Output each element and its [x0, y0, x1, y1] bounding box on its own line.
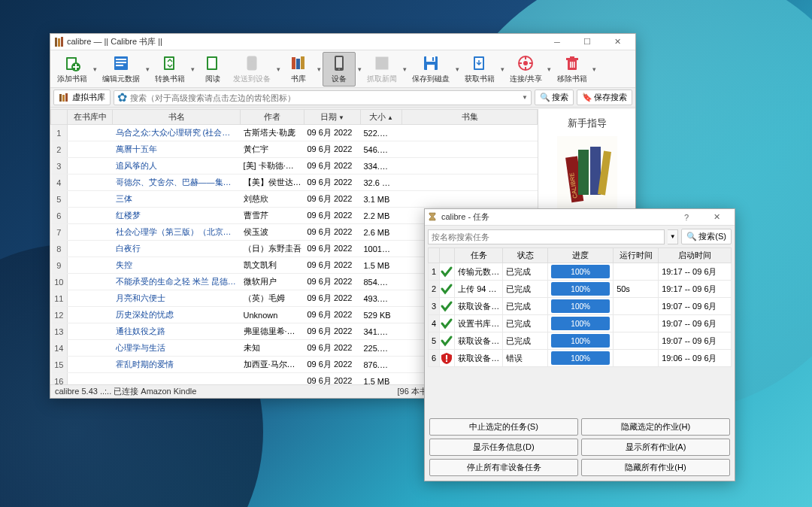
book-size: 225.… [361, 340, 402, 357]
help-button[interactable]: ? [671, 209, 701, 226]
tcol-icon[interactable] [440, 248, 455, 263]
svg-rect-7 [116, 59, 126, 60]
task-search-input[interactable] [428, 229, 665, 244]
stop-nondevice-button[interactable]: 停止所有非设备任务 [429, 459, 578, 476]
hide-all-button[interactable]: 隐藏所有作业(H) [581, 459, 730, 476]
svg-rect-16 [296, 59, 300, 69]
tcol-progress[interactable]: 进度 [548, 248, 614, 263]
table-row[interactable]: 1 乌合之众:大众心理研究 (社会学经典名… 古斯塔夫·勒庞 09 6月 202… [51, 125, 538, 141]
library-button[interactable]: 书库 [282, 52, 315, 87]
fetch-button[interactable]: 抓取新闻 [363, 52, 401, 87]
search-input[interactable] [130, 93, 522, 102]
task-row[interactable]: 3 获取设备… 已完成 100% 19:07 -- 09 6月 [429, 298, 732, 315]
col-date[interactable]: 日期▼ [304, 110, 361, 125]
task-row[interactable]: 6 获取设备… 错误 100% 19:06 -- 09 6月 [429, 350, 732, 367]
task-starttime: 19:06 -- 09 6月 [659, 350, 732, 367]
remove-dropdown-arrow[interactable]: ▾ [591, 65, 598, 73]
fetch-dropdown-arrow[interactable]: ▾ [401, 65, 408, 73]
task-search-dropdown[interactable]: ▼ [668, 229, 678, 244]
book-size: 493.… [361, 290, 402, 307]
table-row[interactable]: 2 萬曆十五年 黃仁宇 09 6月 2022 546.… [51, 141, 538, 158]
tcol-status[interactable]: 状态 [503, 248, 548, 263]
convert-button[interactable]: 转换书籍 [151, 52, 189, 87]
col-title[interactable]: 书名 [113, 110, 241, 125]
book-title: 月亮和六便士 [113, 290, 241, 307]
save-search-button[interactable]: 🔖 保存搜索 [577, 90, 632, 105]
read-icon [204, 54, 222, 72]
book-title: 不能承受的生命之轻 米兰 昆德拉 著 许… [113, 274, 241, 290]
minimize-button[interactable]: ─ [542, 34, 572, 50]
table-row[interactable]: 5 三体 刘慈欣 09 6月 2022 3.1 MB [51, 191, 538, 208]
hide-selected-button[interactable]: 隐藏选定的作业(H) [581, 418, 730, 436]
task-runtime [614, 263, 659, 281]
tcol-task[interactable]: 任务 [455, 248, 503, 263]
task-status: 已完成 [503, 298, 548, 315]
task-row[interactable]: 5 获取设备… 已完成 100% 19:07 -- 09 6月 [429, 332, 732, 350]
col-rownum[interactable] [51, 110, 68, 125]
maximize-button[interactable]: ☐ [572, 34, 602, 50]
book-date: 09 6月 2022 [304, 307, 361, 323]
editmeta-button[interactable]: 编辑元数据 [98, 52, 144, 87]
book-date: 09 6月 2022 [304, 191, 361, 208]
col-author[interactable]: 作者 [241, 110, 304, 125]
col-size[interactable]: 大小▲ [361, 110, 402, 125]
col-series[interactable]: 书集 [402, 110, 538, 125]
tcol-starttime[interactable]: 启动时间 [659, 248, 732, 263]
show-details-button[interactable]: 显示任务信息(D) [429, 439, 578, 456]
add-button[interactable]: 添加书籍 [53, 52, 91, 87]
table-row[interactable]: 4 哥德尔、艾舍尔、巴赫——集异璧之大… 【美】侯世达 & … 09 6月 20… [51, 175, 538, 191]
col-inlib[interactable]: 在书库中 [68, 110, 113, 125]
calibre-app-icon [53, 37, 64, 47]
check-icon [440, 315, 455, 332]
task-runtime [614, 350, 659, 367]
send-button[interactable]: 发送到设备 [229, 52, 274, 87]
save-button[interactable]: 保存到磁盘 [408, 52, 453, 87]
show-all-button[interactable]: 显示所有作业(A) [581, 439, 730, 456]
svg-rect-19 [336, 57, 342, 68]
tcol-rownum[interactable] [429, 248, 440, 263]
get-dropdown-arrow[interactable]: ▾ [498, 65, 506, 73]
table-row[interactable]: 3 追风筝的人 [美] 卡勒德·胡赛尼 09 6月 2022 334.… [51, 158, 538, 175]
gear-icon[interactable]: ✿ [117, 90, 127, 105]
send-dropdown-arrow[interactable]: ▾ [274, 65, 282, 73]
book-title: 历史深处的忧虑 [113, 307, 241, 323]
search-button[interactable]: 🔍 搜索 [535, 90, 574, 105]
book-title: 红楼梦 [113, 208, 241, 224]
get-button[interactable]: 获取书籍 [461, 52, 498, 87]
task-search-button[interactable]: 🔍 搜索(S) [681, 229, 732, 244]
device-button[interactable]: 设备 [323, 52, 356, 87]
book-author: 古斯塔夫·勒庞 [241, 125, 304, 141]
remove-button[interactable]: 移除书籍 [553, 52, 591, 87]
book-author: 侯玉波 [241, 224, 304, 241]
book-size: 1.5 MB [361, 257, 402, 274]
dropdown-icon[interactable]: ▼ [522, 94, 528, 101]
book-author: [美] 卡勒德·胡赛尼 [241, 158, 304, 175]
connect-dropdown-arrow[interactable]: ▾ [546, 65, 553, 73]
tasks-close-button[interactable]: ✕ [701, 209, 732, 226]
virtual-library-button[interactable]: 虚拟书库 [53, 90, 111, 105]
task-row[interactable]: 1 传输元数… 已完成 100% 19:17 -- 09 6月 [429, 263, 732, 281]
tasks-titlebar[interactable]: calibre - 任务 ? ✕ [425, 209, 735, 226]
editmeta-dropdown-arrow[interactable]: ▾ [144, 65, 151, 73]
tasks-table[interactable]: 任务 状态 进度 运行时间 启动时间 1 传输元数… 已完成 100% 19:1… [428, 247, 732, 367]
book-cover-image[interactable]: CALIBRE [557, 136, 617, 211]
book-size: 32.6 … [361, 175, 402, 191]
close-button[interactable]: ✕ [602, 34, 632, 50]
save-dropdown-arrow[interactable]: ▾ [453, 65, 461, 73]
library-dropdown-arrow[interactable]: ▾ [315, 65, 323, 73]
stop-selected-button[interactable]: 中止选定的任务(S) [429, 418, 578, 436]
book-size: 876.… [361, 357, 402, 373]
svg-rect-28 [432, 57, 434, 61]
main-titlebar[interactable]: calibre — || Calibre 书库 || ─ ☐ ✕ [50, 34, 635, 50]
task-row[interactable]: 2 上传 94 … 已完成 100% 50s 19:17 -- 09 6月 [429, 281, 732, 298]
tcol-runtime[interactable]: 运行时间 [614, 248, 659, 263]
add-dropdown-arrow[interactable]: ▾ [91, 65, 98, 73]
device-dropdown-arrow[interactable]: ▾ [356, 65, 363, 73]
convert-dropdown-arrow[interactable]: ▾ [189, 65, 196, 73]
search-row: 虚拟书库 ✿ ▼ 🔍 搜索 🔖 保存搜索 [50, 88, 635, 108]
read-button[interactable]: 阅读 [196, 52, 229, 87]
book-title: 三体 [113, 191, 241, 208]
svg-rect-22 [377, 59, 386, 61]
connect-button[interactable]: 连接/共享 [506, 52, 546, 87]
task-row[interactable]: 4 设置书库… 已完成 100% 19:07 -- 09 6月 [429, 315, 732, 332]
